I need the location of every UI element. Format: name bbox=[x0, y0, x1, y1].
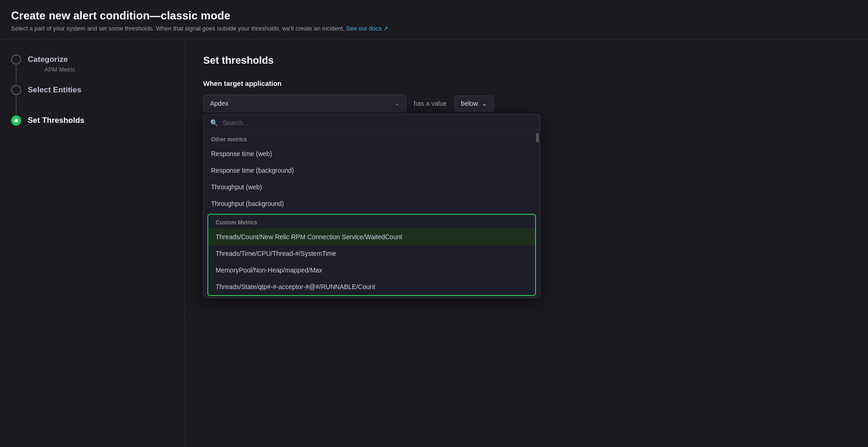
step-line-2 bbox=[16, 96, 17, 115]
step-circle-categorize bbox=[11, 54, 21, 65]
threshold-row: Apdex ⌄ 🔍 Other metrics Response time (w… bbox=[203, 95, 850, 112]
external-link-icon: ↗ bbox=[383, 25, 388, 32]
list-item[interactable]: Response time (background) bbox=[204, 162, 540, 179]
list-item[interactable]: Threads/State/qtp#-#-acceptor-#@#/RUNNAB… bbox=[208, 278, 535, 295]
sidebar-steps: Categorize APM Metric Select Entities bbox=[11, 54, 173, 126]
sidebar-item-categorize[interactable]: Categorize APM Metric bbox=[11, 54, 173, 85]
step-connector-categorize bbox=[11, 54, 21, 85]
main-content: Set thresholds When target application A… bbox=[185, 40, 868, 445]
page-subtitle: Select a part of your system and set som… bbox=[11, 25, 857, 32]
step-circle-set-thresholds bbox=[11, 115, 21, 126]
section-title: Set thresholds bbox=[203, 54, 850, 66]
step-sublabel-categorize: APM Metric bbox=[28, 66, 75, 73]
list-item[interactable]: Threads/Count/New Relic RPM Connection S… bbox=[208, 229, 535, 245]
list-item[interactable]: Threads/Time/CPU/Thread-#/SystemTime bbox=[208, 245, 535, 262]
sidebar-item-set-thresholds[interactable]: Set Thresholds bbox=[11, 115, 173, 126]
below-dropdown-arrow: ⌄ bbox=[482, 100, 487, 107]
has-value-label: has a value bbox=[414, 100, 447, 107]
sidebar-item-select-entities[interactable]: Select Entities bbox=[11, 85, 173, 115]
step-connector-select-entities bbox=[11, 85, 21, 115]
search-box: 🔍 bbox=[204, 115, 540, 132]
below-dropdown[interactable]: below ⌄ bbox=[454, 96, 494, 111]
below-value: below bbox=[461, 100, 478, 107]
dropdown-scroll[interactable]: Other metrics Response time (web) Respon… bbox=[204, 132, 540, 298]
metric-selected-value: Apdex bbox=[210, 100, 229, 107]
search-icon: 🔍 bbox=[210, 119, 218, 127]
content-layout: Categorize APM Metric Select Entities bbox=[0, 40, 868, 445]
list-item[interactable]: Response time (web) bbox=[204, 145, 540, 162]
docs-link[interactable]: See our docs ↗ bbox=[346, 25, 388, 32]
step-label-select-entities: Select Entities bbox=[28, 85, 81, 95]
list-item[interactable]: Throughput (background) bbox=[204, 195, 540, 212]
list-item[interactable]: Throughput (web) bbox=[204, 179, 540, 195]
group-label-other-metrics: Other metrics bbox=[204, 132, 540, 145]
step-label-categorize: Categorize bbox=[28, 54, 75, 64]
page-header: Create new alert condition—classic mode … bbox=[0, 0, 868, 40]
step-label-set-thresholds: Set Thresholds bbox=[28, 115, 84, 125]
list-item[interactable]: MemoryPool/Non-Heap/mapped/Max bbox=[208, 262, 535, 278]
threshold-label: When target application bbox=[203, 79, 850, 87]
metric-dropdown-trigger[interactable]: Apdex ⌄ bbox=[203, 95, 406, 112]
page-title: Create new alert condition—classic mode bbox=[11, 9, 857, 22]
custom-metrics-label: Custom Metrics bbox=[208, 215, 535, 229]
subtitle-text: Select a part of your system and set som… bbox=[11, 25, 344, 32]
dropdown-arrow-icon: ⌄ bbox=[395, 100, 399, 107]
step-line-1 bbox=[16, 66, 17, 84]
step-connector-set-thresholds bbox=[11, 115, 21, 126]
sidebar: Categorize APM Metric Select Entities bbox=[0, 40, 185, 445]
step-circle-select-entities bbox=[11, 85, 21, 95]
metric-dropdown-container: Apdex ⌄ 🔍 Other metrics Response time (w… bbox=[203, 95, 406, 112]
metric-dropdown-list: 🔍 Other metrics Response time (web) Resp… bbox=[203, 114, 540, 298]
custom-metrics-section: Custom Metrics Threads/Count/New Relic R… bbox=[207, 214, 536, 296]
scrollbar-thumb[interactable] bbox=[536, 133, 539, 142]
search-input[interactable] bbox=[223, 119, 533, 127]
